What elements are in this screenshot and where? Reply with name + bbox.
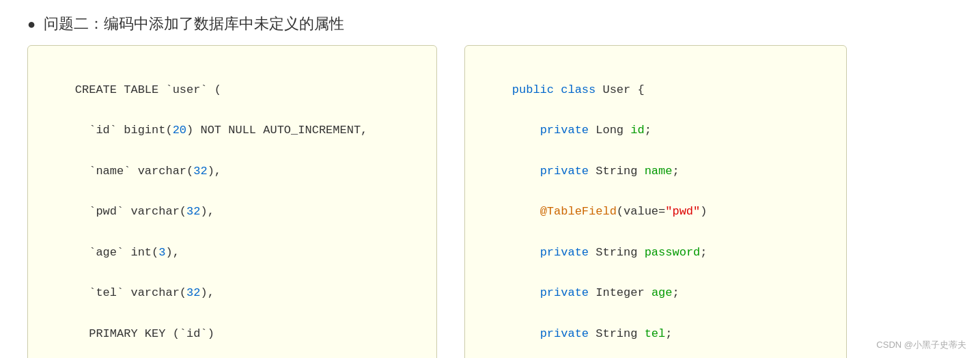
java-line-3: private String name; bbox=[512, 165, 680, 178]
sql-line-7: PRIMARY KEY (`id`) bbox=[75, 327, 214, 340]
sql-line-6: `tel` varchar(32), bbox=[75, 286, 214, 299]
sql-line-2: `id` bigint(20) NOT NULL AUTO_INCREMENT, bbox=[75, 124, 367, 137]
sql-code-block: CREATE TABLE `user` ( `id` bigint(20) NO… bbox=[27, 45, 437, 358]
java-line-7: private String tel; bbox=[512, 327, 673, 340]
heading-row: ● 问题二：编码中添加了数据库中未定义的属性 bbox=[27, 14, 953, 34]
sql-line-5: `age` int(3), bbox=[75, 246, 180, 259]
sql-line-3: `name` varchar(32), bbox=[75, 165, 221, 178]
sql-line-4: `pwd` varchar(32), bbox=[75, 205, 214, 218]
java-code-block: public class User { private Long id; pri… bbox=[464, 45, 847, 358]
java-line-1: public class User { bbox=[512, 83, 645, 96]
watermark: CSDN @小黑子史蒂夫 bbox=[876, 339, 966, 351]
java-line-5: private String password; bbox=[512, 246, 708, 259]
java-line-2: private Long id; bbox=[512, 124, 652, 137]
code-blocks-row: CREATE TABLE `user` ( `id` bigint(20) NO… bbox=[27, 45, 953, 358]
java-line-4: @TableField(value="pwd") bbox=[512, 205, 708, 218]
java-line-6: private Integer age; bbox=[512, 286, 680, 299]
heading-text: 问题二：编码中添加了数据库中未定义的属性 bbox=[44, 14, 344, 34]
bullet-point: ● bbox=[27, 17, 36, 31]
sql-line-1: CREATE TABLE `user` ( bbox=[75, 83, 221, 96]
